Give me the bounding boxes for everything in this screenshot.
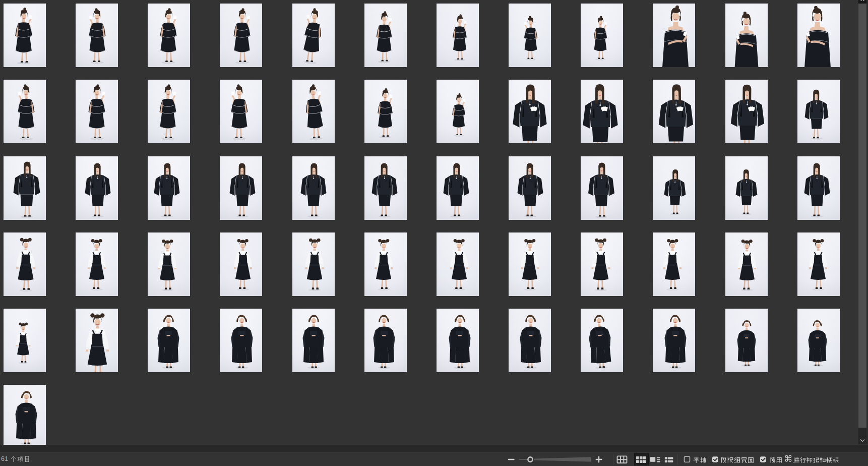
svg-text:61: 61: [1, 455, 8, 462]
